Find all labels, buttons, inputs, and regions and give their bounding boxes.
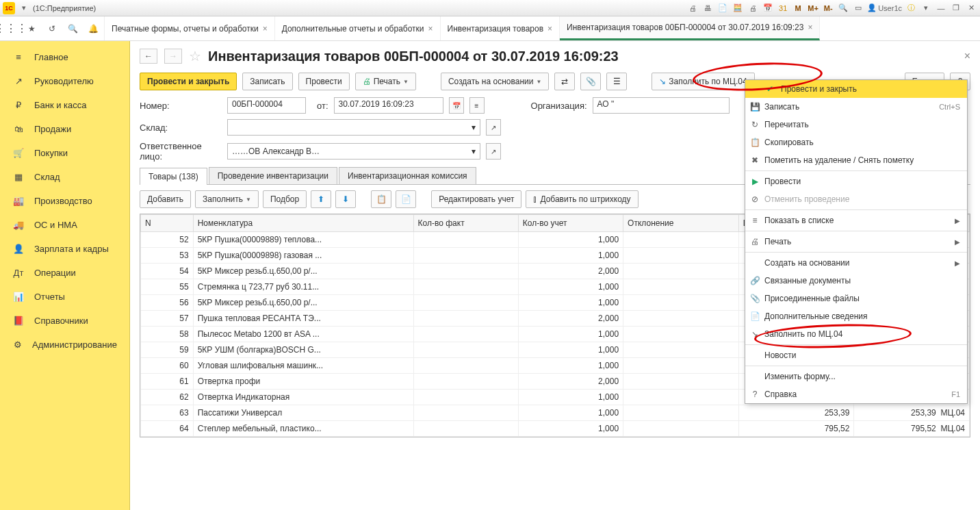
close-icon[interactable]: × [263, 24, 268, 34]
column-header[interactable]: Отклонение [623, 215, 739, 232]
dropdown-icon[interactable]: ▾ [18, 2, 30, 14]
menu-item[interactable]: Изменить форму... [745, 368, 967, 385]
attach-icon[interactable]: 📎 [580, 73, 601, 90]
close-icon[interactable]: × [547, 24, 552, 34]
menu-item[interactable]: ↘Заполнить по МЦ.04 [745, 325, 967, 343]
tb-user[interactable]: 👤User1c [867, 2, 902, 14]
close-icon[interactable]: × [808, 23, 812, 32]
menu-item[interactable]: ≡Показать в списке▶ [745, 212, 967, 229]
column-header[interactable]: Кол-во факт [413, 215, 518, 232]
sidebar-item[interactable]: 👤Зарплата и кадры [0, 237, 129, 261]
paste-icon[interactable]: 📄 [396, 190, 416, 208]
copy-icon[interactable]: 📋 [371, 190, 391, 208]
edit-uch-button[interactable]: Редактировать учет [431, 190, 521, 208]
open-icon[interactable]: ↗ [486, 143, 501, 160]
structure-icon[interactable]: ⇄ [554, 73, 575, 90]
responsible-input[interactable]: ……ОВ Александр В…▾ [227, 143, 480, 160]
window-close[interactable]: ✕ [965, 2, 977, 14]
org-input[interactable]: АО " [593, 97, 730, 114]
tb-icon[interactable]: 📅 [762, 2, 774, 14]
menu-item[interactable]: 🖨Печать▶ [745, 233, 967, 251]
menu-item[interactable]: 🔗Связанные документы [745, 272, 967, 290]
sidebar-item[interactable]: 📊Отчеты [0, 285, 129, 309]
menu-header[interactable]: ✔Провести и закрыть [745, 80, 967, 98]
nav-back[interactable]: ← [140, 49, 157, 64]
menu-item[interactable]: ?СправкаF1 [745, 385, 967, 403]
table-row[interactable]: 64Степлер мебельный, пластико...1,000795… [141, 421, 970, 437]
sidebar-item[interactable]: ▦Склад [0, 165, 129, 189]
create-based-button[interactable]: Создать на основании▼ [441, 73, 549, 90]
menu-item[interactable]: ✖Пометить на удаление / Снять пометку [745, 151, 967, 169]
app-tab[interactable]: Инвентаризация товаров× [441, 16, 560, 40]
search-icon[interactable]: 🔍 [66, 22, 79, 36]
sidebar-item[interactable]: 🛒Покупки [0, 141, 129, 165]
save-button[interactable]: Записать [242, 73, 292, 90]
select-button[interactable]: Подбор [263, 190, 307, 208]
print-button[interactable]: 🖨Печать▼ [355, 73, 416, 90]
menu-item[interactable]: 💾ЗаписатьCtrl+S [745, 98, 967, 116]
tb-icon[interactable]: 🧮 [732, 2, 744, 14]
fill-mc04-button[interactable]: ↘Заполнить по МЦ.04 [652, 73, 754, 90]
sidebar-item[interactable]: ↗Руководителю [0, 69, 129, 93]
app-tab[interactable]: Дополнительные отчеты и обработки× [275, 16, 441, 40]
app-tab[interactable]: Печатные формы, отчеты и обработки× [105, 16, 275, 40]
column-header[interactable]: N [141, 215, 194, 232]
doc-tab[interactable]: Товары (138) [140, 168, 207, 185]
tb-icon[interactable]: 📄 [717, 2, 729, 14]
menu-item[interactable]: ↻Перечитать [745, 116, 967, 133]
warehouse-input[interactable]: ▾ [227, 119, 480, 136]
table-row[interactable]: 63Пассатижи Универсал1,000253,39253,39 М… [141, 405, 970, 421]
date-input[interactable]: 30.07.2019 16:09:23 [334, 97, 443, 114]
tb-icon[interactable]: 🖨 [747, 2, 759, 14]
tb-icon[interactable]: 🖨 [686, 2, 699, 14]
close-icon[interactable]: × [964, 50, 970, 62]
open-icon[interactable]: ↗ [486, 119, 501, 136]
move-up-icon[interactable]: ⬆ [311, 190, 331, 208]
post-button[interactable]: Провести [298, 73, 350, 90]
post-close-button[interactable]: Провести и закрыть [140, 73, 237, 90]
doc-tab[interactable]: Инвентаризационная комиссия [339, 167, 476, 184]
menu-item[interactable]: Создать на основании▶ [745, 254, 967, 272]
list-icon[interactable]: ≡ [469, 97, 485, 114]
menu-item[interactable]: ▶Провести [745, 173, 967, 190]
add-button[interactable]: Добавить [140, 190, 191, 208]
nav-forward[interactable]: → [164, 49, 182, 64]
favorite-icon[interactable]: ☆ [189, 48, 201, 64]
calendar-icon[interactable]: 📅 [449, 97, 464, 114]
tb-panel[interactable]: ▭ [852, 2, 864, 14]
close-icon[interactable]: × [428, 24, 433, 34]
tb-info[interactable]: ⓘ [905, 2, 917, 14]
tb-mminus[interactable]: M- [822, 2, 834, 14]
tb-mplus[interactable]: M+ [807, 2, 819, 14]
window-restore[interactable]: ❐ [950, 2, 962, 14]
tb-m[interactable]: M [792, 2, 804, 14]
menu-item[interactable]: 📄Дополнительные сведения [745, 307, 967, 325]
app-tab[interactable]: Инвентаризация товаров 00БП-000004 от 30… [560, 16, 820, 40]
menu-item[interactable]: Новости [745, 346, 967, 364]
fill-button[interactable]: Заполнить▼ [195, 190, 259, 208]
window-minimize[interactable]: — [935, 2, 947, 14]
number-input[interactable]: 00БП-000004 [227, 97, 306, 114]
sidebar-item[interactable]: 🚚ОС и НМА [0, 213, 129, 237]
sidebar-item[interactable]: 🏭Производство [0, 189, 129, 213]
list-icon[interactable]: ☰ [606, 73, 627, 90]
sidebar-item[interactable]: ≡Главное [0, 45, 129, 69]
tb-icon[interactable]: 31 [777, 2, 789, 14]
sidebar-item[interactable]: ₽Банк и касса [0, 93, 129, 117]
tb-icon[interactable]: 🖶 [701, 2, 714, 14]
doc-tab[interactable]: Проведение инвентаризации [209, 167, 337, 184]
add-barcode-button[interactable]: ⫿Добавить по штрихкоду [526, 190, 638, 208]
history-icon[interactable]: ↺ [45, 22, 59, 36]
sidebar-item[interactable]: ДтОперации [0, 261, 129, 285]
menu-item[interactable]: 📎Присоединенные файлы [745, 290, 967, 307]
menu-item[interactable]: 📋Скопировать [745, 133, 967, 151]
column-header[interactable]: Кол-во учет [518, 215, 623, 232]
tb-zoom[interactable]: 🔍 [837, 2, 849, 14]
move-down-icon[interactable]: ⬇ [335, 190, 356, 208]
sidebar-item[interactable]: 🛍Продажи [0, 117, 129, 141]
star-icon[interactable]: ★ [25, 22, 38, 36]
tb-dd[interactable]: ▾ [920, 2, 932, 14]
sidebar-item[interactable]: 📕Справочники [0, 309, 129, 333]
sidebar-item[interactable]: ⚙Администрирование [0, 333, 129, 357]
apps-icon[interactable]: ⋮⋮⋮ [4, 22, 18, 36]
